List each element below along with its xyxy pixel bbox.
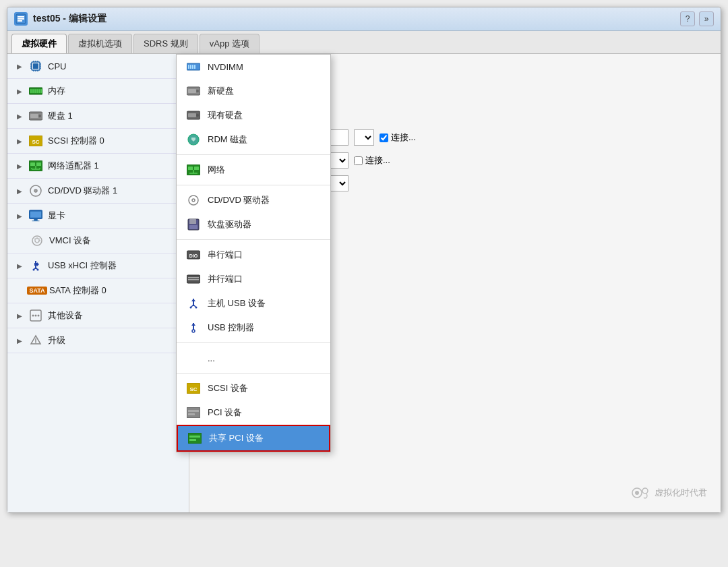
svg-rect-23 [38, 89, 40, 93]
left-panel: ▶ [7, 54, 189, 512]
left-item-net[interactable]: ▶ 网络适配器 1 [7, 154, 189, 179]
svg-rect-2 [18, 18, 24, 20]
svg-point-89 [190, 307, 192, 309]
dropdown-item-pci[interactable]: PCI 设备 [177, 400, 330, 425]
left-item-other[interactable]: ▶ 其他设备 [7, 303, 189, 328]
svg-point-69 [196, 114, 199, 117]
svg-point-27 [38, 115, 41, 117]
svg-point-51 [35, 315, 37, 317]
svg-rect-80 [189, 225, 198, 229]
help-button[interactable]: ? [680, 11, 695, 26]
svg-rect-20 [32, 89, 34, 93]
svg-rect-99 [189, 436, 200, 438]
dropdown-item-existdisk[interactable]: 现有硬盘 [177, 103, 330, 127]
dropdown-item-cddvd[interactable]: CD/DVD 驱动器 [177, 188, 330, 212]
arrow-upgrade: ▶ [17, 337, 22, 345]
svg-rect-96 [188, 410, 199, 412]
left-item-hdd[interactable]: ▶ 硬盘 1 [7, 104, 189, 129]
dropdown-scsidev-label: SCSI 设备 [208, 382, 248, 394]
dropdown-item-hostusb[interactable]: 主机 USB 设备 [177, 291, 330, 316]
hostusb-icon [186, 296, 201, 311]
rdm-icon [186, 132, 201, 147]
cpu-icon [29, 59, 42, 73]
left-item-scsi-label: SCSI 控制器 0 [48, 135, 104, 147]
svg-rect-60 [188, 65, 189, 69]
connect-checkbox-1[interactable] [380, 133, 388, 142]
svg-rect-85 [188, 279, 199, 280]
dropdown-item-network[interactable]: 网络 [177, 158, 330, 182]
dropdown-cddvd-label: CD/DVD 驱动器 [208, 194, 270, 206]
ram-icon [29, 84, 42, 98]
svg-point-47 [33, 269, 35, 271]
arrow-usb: ▶ [17, 262, 22, 270]
svg-rect-19 [30, 89, 32, 93]
dropdown-item-parallel[interactable]: 并行端口 [177, 267, 330, 291]
svg-rect-62 [192, 65, 193, 69]
dropdown-menu: NVDIMM 新硬盘 [176, 54, 331, 452]
display-icon [29, 209, 42, 222]
dropdown-hostusb-label: 主机 USB 设备 [208, 297, 266, 309]
tab-vapp[interactable]: vApp 选项 [200, 34, 260, 53]
left-item-vmci[interactable]: VMCI 设备 [7, 229, 189, 253]
svg-rect-100 [189, 439, 196, 441]
left-item-usb[interactable]: ▶ USB xHCI 控制器 [7, 253, 189, 278]
expand-button[interactable]: » [699, 11, 714, 26]
svg-rect-98 [188, 433, 202, 444]
dropdown-item-scsidev[interactable]: SC SCSI 设备 [177, 376, 330, 400]
dropdown-network-label: 网络 [208, 164, 225, 176]
left-item-sata-label: SATA 控制器 0 [49, 285, 107, 297]
left-item-display[interactable]: ▶ 显卡 [7, 204, 189, 229]
left-item-upgrade[interactable]: ▶ 升级 [7, 328, 189, 353]
left-item-scsi[interactable]: ▶ SC SCSI 控制器 0 [7, 129, 189, 154]
left-item-ram[interactable]: ▶ 内存 [7, 79, 189, 104]
dropdown-item-serial[interactable]: DIO 串行端口 [177, 243, 330, 267]
scsi-icon: SC [29, 134, 42, 148]
separator-2 [177, 185, 330, 185]
dropdown-item-more[interactable]: ... [177, 346, 330, 370]
left-item-cpu-label: CPU [48, 61, 66, 71]
tab-virtual-hardware[interactable]: 虚拟硬件 [11, 34, 67, 53]
vmci-icon [30, 234, 44, 247]
left-item-cpu[interactable]: ▶ [7, 54, 189, 79]
svg-point-92 [192, 330, 195, 332]
hdd-icon [29, 109, 42, 123]
connect-checkbox-2[interactable] [354, 156, 363, 165]
connect-checkbox-row-2: 连接... [354, 154, 390, 167]
svg-point-76 [189, 196, 198, 205]
left-item-sata[interactable]: SATA SATA 控制器 0 [7, 278, 189, 303]
dropdown-serial-label: 串行端口 [208, 249, 243, 261]
dropdown-parallel-label: 并行端口 [208, 273, 243, 285]
upgrade-icon [29, 334, 42, 347]
svg-rect-97 [188, 413, 195, 415]
shared-pci-icon [187, 431, 202, 446]
left-item-upgrade-label: 升级 [48, 334, 65, 347]
dropdown-item-nvdimm[interactable]: NVDIMM [177, 55, 330, 79]
svg-text:SC: SC [189, 386, 197, 392]
tab-sdrs[interactable]: SDRS 规则 [133, 34, 198, 53]
connect-select-1[interactable] [354, 129, 374, 146]
app-icon [14, 12, 28, 26]
dropdown-usbctl-label: USB 控制器 [208, 322, 254, 334]
dropdown-shared-pci-label: 共享 PCI 设备 [209, 432, 264, 444]
title-bar: test05 - 编辑设置 ? » [7, 7, 721, 31]
dropdown-item-shared-pci[interactable]: 共享 PCI 设备 [177, 425, 330, 452]
svg-point-90 [195, 307, 198, 309]
left-item-cdrom[interactable]: ▶ CD/DVD 驱动器 1 [7, 179, 189, 204]
left-item-ram-label: 内存 [48, 85, 65, 97]
svg-text:SC: SC [32, 139, 39, 145]
usbctl-icon [186, 320, 201, 335]
left-item-hdd-label: 硬盘 1 [48, 110, 73, 122]
svg-rect-5 [33, 63, 38, 69]
dropdown-floppy-label: 软盘驱动器 [208, 218, 251, 231]
sata-badge: SATA [27, 287, 47, 295]
dropdown-item-rdm[interactable]: RDM 磁盘 [177, 127, 330, 152]
dropdown-item-usbctl[interactable]: USB 控制器 [177, 316, 330, 340]
tab-vm-options[interactable]: 虚拟机选项 [68, 34, 132, 53]
net-icon [29, 159, 42, 173]
dropdown-item-newdisk[interactable]: 新硬盘 [177, 79, 330, 103]
parallel-icon [186, 272, 201, 287]
dropdown-item-floppy[interactable]: 软盘驱动器 [177, 212, 330, 237]
connect-checkbox-row-1: 连接... [380, 131, 416, 144]
main-content: ▶ [7, 54, 721, 512]
separator-1 [177, 154, 330, 155]
